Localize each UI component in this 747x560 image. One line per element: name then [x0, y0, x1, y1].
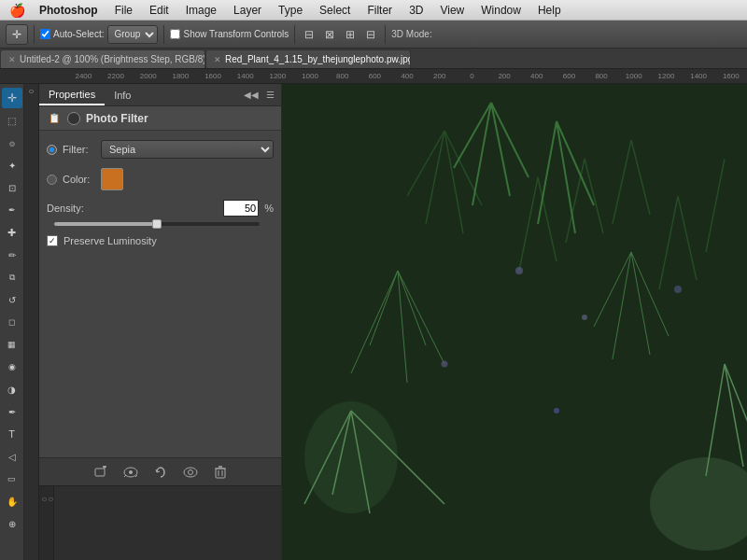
properties-panel: Properties Info ◀◀ ☰ 📋 Photo Filter Filt…: [39, 84, 282, 485]
path-selection-tool[interactable]: ◁: [2, 446, 22, 467]
vertical-ruler: 0: [24, 84, 39, 560]
add-layer-icon[interactable]: [92, 463, 110, 482]
toolbar: ✛ Auto-Select: Group Show Transform Cont…: [0, 21, 747, 49]
svg-point-44: [442, 361, 448, 368]
menu-view[interactable]: View: [432, 2, 472, 19]
tab-untitled[interactable]: ✕ Untitled-2 @ 100% (Brightness Step, RG…: [0, 49, 205, 68]
history-brush-tool[interactable]: ↺: [2, 289, 22, 310]
show-transform-checkbox[interactable]: [170, 29, 180, 39]
density-slider-fill: [54, 222, 157, 226]
filter-radio[interactable]: [47, 145, 57, 155]
density-slider-row: [47, 222, 274, 226]
healing-brush-tool[interactable]: ✚: [2, 222, 22, 243]
density-row: Density: %: [47, 200, 274, 217]
density-slider-thumb[interactable]: [152, 219, 162, 229]
svg-point-43: [582, 315, 587, 320]
text-tool[interactable]: T: [2, 424, 22, 444]
menu-type[interactable]: Type: [271, 2, 310, 19]
eyedropper-tool[interactable]: ✒: [2, 200, 22, 220]
panel-collapse-btn[interactable]: ◀◀: [244, 88, 259, 103]
menu-help[interactable]: Help: [530, 2, 569, 19]
canvas-area[interactable]: [282, 84, 747, 560]
auto-select-label: Auto-Select:: [40, 29, 104, 39]
color-swatch[interactable]: [101, 168, 123, 190]
zoom-tool[interactable]: ⊕: [2, 513, 22, 534]
menu-window[interactable]: Window: [473, 2, 529, 19]
preserve-luminosity-checkbox[interactable]: ✓: [47, 235, 58, 246]
panel-tab-bar: Properties Info ◀◀ ☰: [39, 84, 281, 106]
density-input[interactable]: [223, 200, 259, 217]
horizontal-ruler: 2400 2200 2000 1800 1600 1400 1200 1000 …: [0, 69, 747, 84]
svg-rect-7: [216, 469, 225, 478]
distribute-icon[interactable]: ⊟: [362, 26, 379, 43]
trash-icon[interactable]: [211, 463, 230, 482]
panel-icon-clipboard: 📋: [47, 111, 62, 126]
pen-tool[interactable]: ✒: [2, 401, 22, 422]
filter-row: Filter: Warming Filter (85) Warming Filt…: [47, 140, 274, 159]
density-percent: %: [264, 203, 274, 214]
color-label: Color:: [63, 174, 95, 185]
move-tool-btn[interactable]: ✛: [6, 24, 28, 45]
tab-close-untitled[interactable]: ✕: [8, 55, 16, 64]
thumbnail-vertical-ruler: 0 0 0 0 0: [39, 486, 54, 560]
svg-point-6: [188, 469, 192, 474]
quick-select-tool[interactable]: ✦: [2, 155, 22, 175]
filter-dropdown[interactable]: Warming Filter (85) Warming Filter (LBA)…: [101, 140, 274, 159]
align-left-icon[interactable]: ⊟: [301, 26, 317, 43]
menu-image[interactable]: Image: [178, 2, 224, 19]
tab-untitled-label: Untitled-2 @ 100% (Brightness Step, RGB/…: [20, 54, 205, 64]
panel-title: Photo Filter: [86, 112, 148, 125]
undo-icon[interactable]: [151, 463, 170, 482]
gradient-tool[interactable]: ▦: [2, 334, 22, 355]
svg-rect-0: [95, 469, 105, 476]
lasso-tool[interactable]: ⌾: [2, 133, 22, 153]
preserve-luminosity-label: Preserve Luminosity: [63, 235, 157, 246]
menu-select[interactable]: Select: [312, 2, 358, 19]
shape-tool[interactable]: ▭: [2, 469, 22, 489]
menu-file[interactable]: File: [107, 2, 140, 19]
marquee-tool[interactable]: ⬚: [2, 110, 22, 131]
crop-tool[interactable]: ⊡: [2, 177, 22, 198]
menu-layer[interactable]: Layer: [226, 2, 269, 19]
left-toolbar: ✛ ⬚ ⌾ ✦ ⊡ ✒ ✚ ✏ ⧉ ↺ ◻ ▦ ◉ ◑ ✒ T ◁ ▭ ✋ ⊕: [0, 84, 24, 560]
eye-icon[interactable]: [181, 463, 200, 482]
hand-tool[interactable]: ✋: [2, 491, 22, 511]
clone-stamp-tool[interactable]: ⧉: [2, 267, 22, 287]
density-label: Density:: [47, 203, 93, 214]
align-right-icon[interactable]: ⊞: [342, 26, 359, 43]
menu-edit[interactable]: Edit: [142, 2, 176, 19]
tab-red-plant-label: Red_Plant_4_1.15_by_thejunglephoto.pw.jp…: [225, 54, 411, 64]
move-tool[interactable]: ✛: [2, 88, 22, 108]
svg-point-46: [554, 408, 559, 413]
density-slider-track[interactable]: [54, 222, 260, 226]
tab-info[interactable]: Info: [105, 86, 140, 105]
apple-menu[interactable]: 🍎: [7, 1, 26, 20]
panel-menu-btn[interactable]: ☰: [262, 88, 277, 103]
panel-content: Filter: Warming Filter (85) Warming Filt…: [39, 131, 281, 457]
brush-tool[interactable]: ✏: [2, 245, 22, 265]
canvas-image: [282, 84, 747, 560]
tab-close-red-plant[interactable]: ✕: [214, 55, 221, 64]
dodge-tool[interactable]: ◑: [2, 379, 22, 399]
color-radio[interactable]: [47, 175, 57, 185]
thumbnail-panel: 0 0 0 0 0: [39, 485, 281, 560]
ruler-numbers: 2400 2200 2000 1800 1600 1400 1200 1000 …: [0, 69, 747, 83]
tab-properties[interactable]: Properties: [39, 85, 105, 105]
menu-photoshop[interactable]: Photoshop: [32, 2, 106, 19]
tab-red-plant[interactable]: ✕ Red_Plant_4_1.15_by_thejunglephoto.pw.…: [205, 49, 411, 68]
eraser-tool[interactable]: ◻: [2, 312, 22, 332]
auto-select-checkbox[interactable]: [40, 29, 50, 39]
3d-mode-label: 3D Mode:: [391, 29, 431, 39]
main-area: ✛ ⬚ ⌾ ✦ ⊡ ✒ ✚ ✏ ⧉ ↺ ◻ ▦ ◉ ◑ ✒ T ◁ ▭ ✋ ⊕ …: [0, 84, 747, 560]
svg-point-4: [129, 470, 133, 474]
panel-controls: ◀◀ ☰: [244, 88, 281, 103]
menu-filter[interactable]: Filter: [359, 2, 400, 19]
thumbnail-canvas-area[interactable]: [54, 486, 281, 560]
auto-select-dropdown[interactable]: Group: [107, 25, 158, 44]
menu-3d[interactable]: 3D: [402, 2, 430, 19]
blur-tool[interactable]: ◉: [2, 357, 22, 377]
align-center-icon[interactable]: ⊠: [321, 26, 338, 43]
svg-point-48: [304, 401, 398, 513]
visibility-cycle-icon[interactable]: [121, 463, 140, 482]
panel-icon-circle: [67, 112, 80, 125]
